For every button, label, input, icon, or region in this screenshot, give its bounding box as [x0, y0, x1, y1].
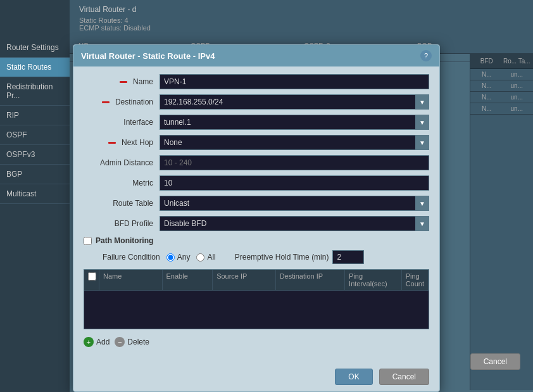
destination-label: Destination: [84, 98, 160, 106]
destination-select[interactable]: 192.168.255.0/24: [160, 94, 429, 110]
modal-body: Name Destination 192.168.255.0/24 ▼ Inte…: [73, 66, 439, 362]
sidebar-item-static-routes[interactable]: Static Routes: [0, 58, 70, 77]
modal-help-button[interactable]: ?: [420, 50, 432, 61]
metric-row: Metric: [84, 175, 429, 191]
route-table-label: Route Table: [84, 199, 160, 208]
side-row-1[interactable]: N... un...: [470, 69, 533, 80]
modal-title: Virtual Router - Static Route - IPv4: [81, 51, 215, 61]
metric-input[interactable]: [160, 175, 429, 191]
pm-th-enable: Enable: [163, 270, 213, 290]
sidebar-item-router-settings[interactable]: Router Settings: [0, 38, 70, 58]
bfd-profile-label: BFD Profile: [84, 219, 160, 228]
destination-row: Destination 192.168.255.0/24 ▼: [84, 94, 429, 110]
modal-footer: OK Cancel: [73, 362, 439, 391]
failure-all-radio[interactable]: [196, 253, 204, 262]
add-icon: +: [84, 337, 94, 347]
side-row-3[interactable]: N... un...: [470, 92, 533, 103]
admin-distance-input[interactable]: [160, 155, 429, 170]
interface-label: Interface: [84, 118, 160, 127]
pm-th-interval: Ping Interval(sec): [345, 270, 402, 290]
preemptive-hold-label: Preemptive Hold Time (min): [235, 253, 329, 262]
modal-dialog: Virtual Router - Static Route - IPv4 ? N…: [73, 44, 440, 392]
ecmp-status: ECMP status: Disabled: [79, 24, 524, 32]
pm-actions: + Add − Delete: [84, 334, 429, 350]
app-title: Virtual Router - d: [79, 5, 524, 14]
ok-button[interactable]: OK: [335, 369, 372, 385]
pm-select-all[interactable]: [88, 272, 96, 281]
side-columns: BFD Ro... Ta... N... un... N... un... N.…: [470, 54, 533, 390]
destination-select-wrapper: 192.168.255.0/24 ▼: [160, 94, 429, 110]
cancel-button[interactable]: Cancel: [379, 369, 429, 385]
sidebar-item-bgp[interactable]: BGP: [0, 165, 70, 184]
path-monitoring-header: Path Monitoring: [84, 236, 429, 245]
failure-all-option: All: [196, 253, 215, 262]
metric-label: Metric: [84, 179, 160, 187]
bfd-profile-select[interactable]: Disable BFD: [160, 216, 429, 231]
pm-th-name: Name: [99, 270, 163, 290]
nexthop-row: Next Hop None ▼: [84, 135, 429, 150]
interface-select-wrapper: tunnel.1 ▼: [160, 115, 429, 130]
side-cols-header: BFD Ro... Ta...: [470, 54, 533, 69]
name-input[interactable]: [160, 74, 429, 89]
bfd-header: BFD: [472, 56, 502, 66]
outer-cancel-button[interactable]: Cancel: [470, 353, 520, 370]
sidebar-item-multicast[interactable]: Multicast: [0, 184, 70, 204]
route-table-row: Route Table Unicast ▼: [84, 196, 429, 211]
interface-row: Interface tunnel.1 ▼: [84, 115, 429, 130]
failure-any-option: Any: [166, 253, 191, 262]
bfd-profile-row: BFD Profile Disable BFD ▼: [84, 216, 429, 231]
nexthop-label: Next Hop: [84, 138, 160, 147]
pm-table-header: Name Enable Source IP Destination IP Pin…: [84, 270, 429, 291]
path-monitoring-section: Path Monitoring Failure Condition Any Al…: [84, 236, 429, 350]
pm-th-checkbox: [84, 270, 99, 290]
route-table-select[interactable]: Unicast: [160, 196, 429, 211]
sidebar: Router Settings Static Routes Redistribu…: [0, 38, 70, 392]
path-monitoring-checkbox[interactable]: [84, 237, 92, 245]
required-marker-dest: [102, 101, 110, 103]
side-row-2[interactable]: N... un...: [470, 80, 533, 92]
add-button[interactable]: + Add: [84, 337, 110, 347]
sidebar-item-redistribution[interactable]: Redistribution Pr...: [0, 77, 70, 106]
side-row-4[interactable]: N... un...: [470, 103, 533, 115]
modal-header: Virtual Router - Static Route - IPv4 ?: [73, 45, 439, 66]
pm-th-source: Source IP: [213, 270, 276, 290]
top-bar: Virtual Router - d Static Routes: 4 ECMP…: [0, 0, 533, 38]
preemptive-hold-input[interactable]: [332, 250, 364, 264]
sidebar-item-rip[interactable]: RIP: [0, 106, 70, 125]
status-bar: Virtual Router - d Static Routes: 4 ECMP…: [70, 0, 533, 38]
required-marker: [120, 81, 127, 83]
pm-th-dest: Destination IP: [276, 270, 345, 290]
pm-table-wrapper: Name Enable Source IP Destination IP Pin…: [84, 269, 429, 329]
bfd-profile-select-wrapper: Disable BFD ▼: [160, 216, 429, 231]
pm-th-count: Ping Count: [402, 270, 429, 290]
name-label: Name: [84, 77, 160, 86]
sidebar-item-ospfv3[interactable]: OSPFv3: [0, 145, 70, 165]
failure-any-radio[interactable]: [166, 253, 175, 262]
rota-header: Ro... Ta...: [502, 56, 532, 66]
route-table-select-wrapper: Unicast ▼: [160, 196, 429, 211]
sidebar-item-ospf[interactable]: OSPF: [0, 125, 70, 145]
name-row: Name: [84, 74, 429, 89]
path-monitoring-label: Path Monitoring: [96, 236, 153, 245]
nexthop-select[interactable]: None: [160, 135, 429, 150]
static-routes-count: Static Routes: 4: [79, 16, 524, 24]
admin-distance-label: Admin Distance: [84, 158, 160, 167]
pm-table-body: [84, 291, 429, 329]
interface-select[interactable]: tunnel.1: [160, 115, 429, 130]
delete-icon: −: [115, 337, 125, 347]
nexthop-select-wrapper: None ▼: [160, 135, 429, 150]
delete-button[interactable]: − Delete: [115, 337, 149, 347]
admin-distance-row: Admin Distance: [84, 155, 429, 170]
failure-condition-label: Failure Condition: [103, 253, 160, 262]
required-marker-nexthop: [108, 142, 116, 144]
